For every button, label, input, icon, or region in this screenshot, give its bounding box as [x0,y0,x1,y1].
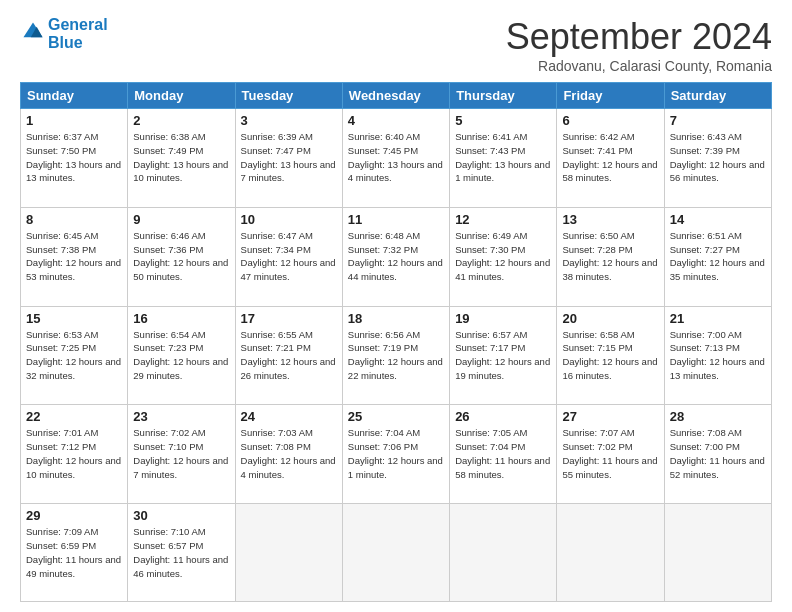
header-friday: Friday [557,83,664,109]
day-cell-23: 23 Sunrise: 7:02 AMSunset: 7:10 PMDaylig… [128,405,235,504]
logo-icon [22,21,44,43]
day-cell-25: 25 Sunrise: 7:04 AMSunset: 7:06 PMDaylig… [342,405,449,504]
day-cell-11: 11 Sunrise: 6:48 AMSunset: 7:32 PMDaylig… [342,207,449,306]
day-cell-6: 6 Sunrise: 6:42 AMSunset: 7:41 PMDayligh… [557,109,664,208]
day-cell-13: 13 Sunrise: 6:50 AMSunset: 7:28 PMDaylig… [557,207,664,306]
day-cell-28: 28 Sunrise: 7:08 AMSunset: 7:00 PMDaylig… [664,405,771,504]
day-cell-26: 26 Sunrise: 7:05 AMSunset: 7:04 PMDaylig… [450,405,557,504]
header-thursday: Thursday [450,83,557,109]
header-sunday: Sunday [21,83,128,109]
logo-text-blue: Blue [48,34,108,52]
day-cell-16: 16 Sunrise: 6:54 AMSunset: 7:23 PMDaylig… [128,306,235,405]
header-saturday: Saturday [664,83,771,109]
week-row-4: 22 Sunrise: 7:01 AMSunset: 7:12 PMDaylig… [21,405,772,504]
week-row-5: 29 Sunrise: 7:09 AMSunset: 6:59 PMDaylig… [21,504,772,602]
title-block: September 2024 Radovanu, Calarasi County… [506,16,772,74]
week-row-1: 1 Sunrise: 6:37 AMSunset: 7:50 PMDayligh… [21,109,772,208]
day-cell-24: 24 Sunrise: 7:03 AMSunset: 7:08 PMDaylig… [235,405,342,504]
empty-cell-5 [664,504,771,602]
week-row-2: 8 Sunrise: 6:45 AMSunset: 7:38 PMDayligh… [21,207,772,306]
day-cell-20: 20 Sunrise: 6:58 AMSunset: 7:15 PMDaylig… [557,306,664,405]
day-cell-18: 18 Sunrise: 6:56 AMSunset: 7:19 PMDaylig… [342,306,449,405]
day-cell-9: 9 Sunrise: 6:46 AMSunset: 7:36 PMDayligh… [128,207,235,306]
day-cell-22: 22 Sunrise: 7:01 AMSunset: 7:12 PMDaylig… [21,405,128,504]
empty-cell-4 [557,504,664,602]
empty-cell-1 [235,504,342,602]
header-tuesday: Tuesday [235,83,342,109]
logo: General Blue [20,16,108,52]
day-cell-12: 12 Sunrise: 6:49 AMSunset: 7:30 PMDaylig… [450,207,557,306]
day-cell-3: 3 Sunrise: 6:39 AMSunset: 7:47 PMDayligh… [235,109,342,208]
weekday-header-row: Sunday Monday Tuesday Wednesday Thursday… [21,83,772,109]
day-cell-2: 2 Sunrise: 6:38 AMSunset: 7:49 PMDayligh… [128,109,235,208]
header-wednesday: Wednesday [342,83,449,109]
day-cell-15: 15 Sunrise: 6:53 AMSunset: 7:25 PMDaylig… [21,306,128,405]
day-cell-5: 5 Sunrise: 6:41 AMSunset: 7:43 PMDayligh… [450,109,557,208]
logo-text-general: General [48,16,108,34]
header: General Blue September 2024 Radovanu, Ca… [20,16,772,74]
day-cell-4: 4 Sunrise: 6:40 AMSunset: 7:45 PMDayligh… [342,109,449,208]
day-cell-1: 1 Sunrise: 6:37 AMSunset: 7:50 PMDayligh… [21,109,128,208]
location: Radovanu, Calarasi County, Romania [506,58,772,74]
week-row-3: 15 Sunrise: 6:53 AMSunset: 7:25 PMDaylig… [21,306,772,405]
empty-cell-3 [450,504,557,602]
page: General Blue September 2024 Radovanu, Ca… [0,0,792,612]
day-cell-14: 14 Sunrise: 6:51 AMSunset: 7:27 PMDaylig… [664,207,771,306]
day-cell-7: 7 Sunrise: 6:43 AMSunset: 7:39 PMDayligh… [664,109,771,208]
empty-cell-2 [342,504,449,602]
day-cell-10: 10 Sunrise: 6:47 AMSunset: 7:34 PMDaylig… [235,207,342,306]
month-title: September 2024 [506,16,772,58]
day-cell-29: 29 Sunrise: 7:09 AMSunset: 6:59 PMDaylig… [21,504,128,602]
day-cell-27: 27 Sunrise: 7:07 AMSunset: 7:02 PMDaylig… [557,405,664,504]
day-cell-8: 8 Sunrise: 6:45 AMSunset: 7:38 PMDayligh… [21,207,128,306]
day-cell-17: 17 Sunrise: 6:55 AMSunset: 7:21 PMDaylig… [235,306,342,405]
day-cell-21: 21 Sunrise: 7:00 AMSunset: 7:13 PMDaylig… [664,306,771,405]
header-monday: Monday [128,83,235,109]
calendar-table: Sunday Monday Tuesday Wednesday Thursday… [20,82,772,602]
day-cell-19: 19 Sunrise: 6:57 AMSunset: 7:17 PMDaylig… [450,306,557,405]
day-cell-30: 30 Sunrise: 7:10 AMSunset: 6:57 PMDaylig… [128,504,235,602]
